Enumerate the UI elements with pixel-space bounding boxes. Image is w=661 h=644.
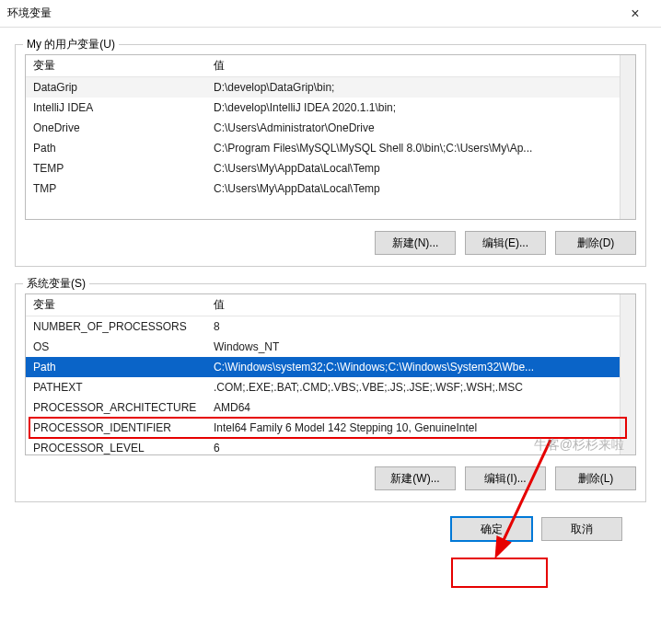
list-header: 变量 值 [26,55,635,77]
cell-variable: OS [26,340,210,353]
user-button-row: 新建(N)... 编辑(E)... 删除(D) [25,231,636,255]
cell-variable: Path [26,142,210,155]
table-row[interactable]: PROCESSOR_LEVEL6 [26,438,635,455]
cancel-button[interactable]: 取消 [541,517,622,541]
table-row[interactable]: OSWindows_NT [26,337,635,357]
cell-value: C:\Users\My\AppData\Local\Temp [210,182,635,195]
table-row[interactable]: PATHEXT.COM;.EXE;.BAT;.CMD;.VBS;.VBE;.JS… [26,377,635,397]
cell-value: Windows_NT [210,340,635,353]
cell-variable: DataGrip [26,81,210,94]
cell-value: C:\Users\Administrator\OneDrive [210,121,635,134]
column-header-value[interactable]: 值 [210,297,635,313]
cell-value: C:\Windows\system32;C:\Windows;C:\Window… [210,361,635,374]
cell-value: C:\Users\My\AppData\Local\Temp [210,162,635,175]
cell-variable: NUMBER_OF_PROCESSORS [26,320,210,333]
table-row[interactable]: NUMBER_OF_PROCESSORS8 [26,316,635,337]
cell-variable: PATHEXT [26,381,210,394]
cell-value: D:\develop\IntelliJ IDEA 2020.1.1\bin; [210,101,635,114]
column-header-variable[interactable]: 变量 [26,58,210,74]
table-row[interactable]: PathC:\Program Files\MySQL\MySQL Shell 8… [26,138,635,158]
cell-variable: Path [26,361,210,374]
cell-variable: TMP [26,182,210,195]
close-icon[interactable]: × [617,6,654,22]
cell-variable: PROCESSOR_LEVEL [26,442,210,454]
cell-variable: PROCESSOR_IDENTIFIER [26,421,210,434]
user-delete-button[interactable]: 删除(D) [555,231,636,255]
cell-value: C:\Program Files\MySQL\MySQL Shell 8.0\b… [210,142,635,155]
user-variables-group: My 的用户变量(U) 变量 值 DataGripD:\develop\Data… [15,44,646,267]
cell-value: 8 [210,320,635,333]
table-row[interactable]: PROCESSOR_ARCHITECTUREAMD64 [26,397,635,418]
table-row[interactable]: PathC:\Windows\system32;C:\Windows;C:\Wi… [26,357,635,377]
system-edit-button[interactable]: 编辑(I)... [465,466,546,490]
column-header-variable[interactable]: 变量 [26,297,210,313]
ok-button[interactable]: 确定 [451,517,532,541]
table-row[interactable]: TMPC:\Users\My\AppData\Local\Temp [26,178,635,199]
cell-variable: IntelliJ IDEA [26,101,210,114]
system-variables-group: 系统变量(S) 变量 值 NUMBER_OF_PROCESSORS8OSWind… [15,283,646,502]
table-row[interactable]: TEMPC:\Users\My\AppData\Local\Temp [26,158,635,178]
system-variables-legend: 系统变量(S) [23,276,89,292]
user-variables-list[interactable]: 变量 值 DataGripD:\develop\DataGrip\bin;Int… [25,54,636,220]
user-new-button[interactable]: 新建(N)... [375,231,456,255]
scrollbar[interactable] [620,294,635,454]
scrollbar[interactable] [620,55,635,219]
cell-value: .COM;.EXE;.BAT;.CMD;.VBS;.VBE;.JS;.JSE;.… [210,381,635,394]
user-variables-legend: My 的用户变量(U) [23,37,119,52]
cell-variable: PROCESSOR_ARCHITECTURE [26,401,210,414]
table-row[interactable]: DataGripD:\develop\DataGrip\bin; [26,77,635,98]
table-row[interactable]: OneDriveC:\Users\Administrator\OneDrive [26,118,635,138]
cell-variable: TEMP [26,162,210,175]
table-row[interactable]: IntelliJ IDEAD:\develop\IntelliJ IDEA 20… [26,98,635,118]
titlebar: 环境变量 × [0,0,661,28]
cell-value: 6 [210,442,635,454]
cell-value: AMD64 [210,401,635,414]
column-header-value[interactable]: 值 [210,58,635,74]
system-new-button[interactable]: 新建(W)... [375,466,456,490]
system-variables-list[interactable]: 变量 值 NUMBER_OF_PROCESSORS8OSWindows_NTPa… [25,293,636,455]
system-delete-button[interactable]: 删除(L) [555,466,636,490]
table-row[interactable]: PROCESSOR_IDENTIFIERIntel64 Family 6 Mod… [26,418,635,438]
cell-value: D:\develop\DataGrip\bin; [210,81,635,94]
dialog-content: My 的用户变量(U) 变量 值 DataGripD:\develop\Data… [0,28,661,541]
list-header: 变量 值 [26,294,635,316]
annotation-edit-highlight [451,558,548,588]
cell-value: Intel64 Family 6 Model 142 Stepping 10, … [210,421,635,434]
cell-variable: OneDrive [26,121,210,134]
dialog-footer: 确定 取消 [15,502,646,541]
system-button-row: 新建(W)... 编辑(I)... 删除(L) [25,466,636,490]
window-title: 环境变量 [7,6,52,21]
user-edit-button[interactable]: 编辑(E)... [465,231,546,255]
